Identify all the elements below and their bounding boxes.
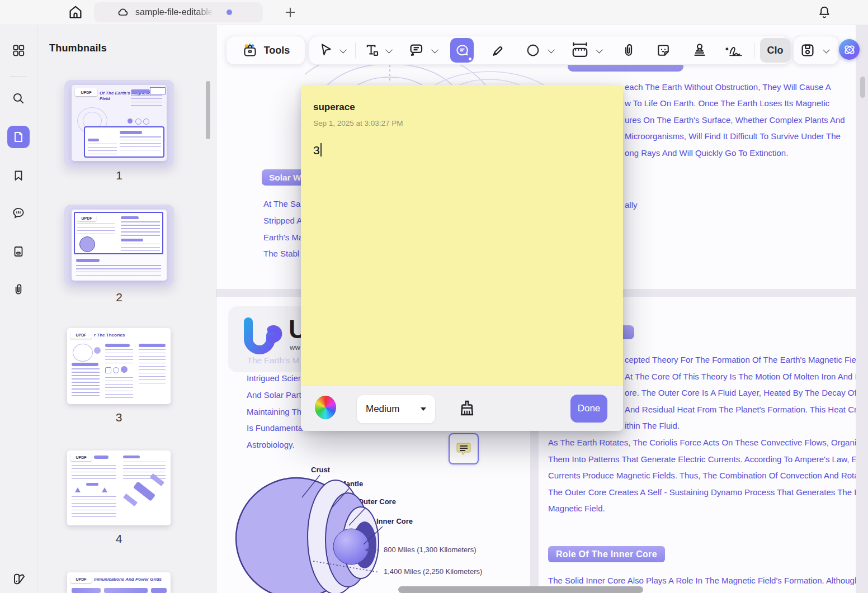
thumbnail-page-1-number: 1 <box>64 169 174 182</box>
mini-shape <box>113 367 119 373</box>
document-tab[interactable]: sample-file-editable <box>94 2 263 22</box>
note-anchor-icon <box>456 441 471 457</box>
mini-satellite-body <box>133 481 155 501</box>
tools-label: Tools <box>264 45 290 56</box>
doc-text-line: ally <box>625 200 638 210</box>
thumb-1-viewport <box>84 126 164 158</box>
doc-text-line: ore. The Outer Core Is A Fluid Layer, He… <box>625 388 856 397</box>
earth-cutaway-diagram <box>224 463 537 593</box>
toolbar-divider <box>754 42 755 58</box>
updf-chip: UPDF <box>75 88 97 96</box>
ai-assistant-button[interactable] <box>839 39 860 60</box>
thumbnails-scrollbar[interactable] <box>206 81 210 139</box>
sticky-note-body[interactable]: superace Sep 1, 2025 at 3:03:27 PM 3 <box>301 85 623 386</box>
thumbnail-page-1[interactable]: UPDF Of The Earth's Magnetic Field <box>64 80 174 167</box>
doc-text-line: The Stabl <box>263 249 299 258</box>
rail-search-button[interactable] <box>7 87 30 110</box>
cloud-icon <box>116 6 130 19</box>
thumbnail-page-4[interactable]: UPDF <box>67 450 171 525</box>
done-button[interactable]: Done <box>570 395 607 423</box>
note-content-text: 3 <box>313 144 320 156</box>
mini-shape <box>121 366 128 373</box>
rail-bookmark-button[interactable] <box>7 164 30 187</box>
thumb-3-title: r The Theories <box>94 333 125 338</box>
thumbnail-page-5[interactable]: UPDF mmunications And Power Grids <box>67 572 171 593</box>
canvas-right-margin <box>856 25 868 593</box>
comment-tool-button[interactable] <box>408 42 424 59</box>
doc-text-line: w To Life On Earth. Once The Earth Loses… <box>625 98 829 108</box>
shape-tool-chevron[interactable] <box>548 46 555 54</box>
updf-logo-card: UPDF ww The Earth's M <box>228 306 312 372</box>
doc-text-line: Earth's Ma <box>263 233 301 242</box>
doc-text-line: The Solid Inner Core Also Plays A Role I… <box>548 576 856 585</box>
mini-stripes <box>131 95 162 108</box>
note-content-input[interactable]: 3 <box>313 143 322 157</box>
measure-tool-chevron[interactable] <box>596 46 603 54</box>
mini-earth <box>79 236 95 252</box>
home-button[interactable] <box>67 4 84 21</box>
vertical-scrollbar[interactable] <box>860 77 865 98</box>
doc-text-line: ong Rays And Will Quickly Go To Extincti… <box>625 148 788 158</box>
toolbar-divider <box>355 42 356 58</box>
doc-text-line: Them Into Patterns That Generate Electri… <box>548 454 856 464</box>
thumbnail-page-2[interactable]: UPDF <box>64 205 174 286</box>
clear-format-button[interactable] <box>456 397 478 419</box>
doc-text-line: Currents Produce Magnetic Fields. Thus, … <box>548 471 856 480</box>
doc-text-line: And Solar Parti <box>247 390 303 400</box>
thumbnail-page-2-preview: UPDF <box>72 210 167 281</box>
doc-text-line: Astrobiology. <box>247 440 295 449</box>
close-label: Clo <box>767 45 784 56</box>
thumbnail-page-3[interactable]: UPDF r The Theories <box>67 328 171 404</box>
mini-pill <box>131 89 150 93</box>
select-arrow-icon <box>421 407 426 411</box>
sticker-tool-button[interactable] <box>655 42 672 59</box>
close-button-clipped[interactable]: Clo <box>760 38 790 63</box>
text-tool-button[interactable] <box>364 42 380 58</box>
thumbnails-panel: Thumbnails UPDF Of The Earth's Magnetic … <box>37 25 216 593</box>
thumb-2-viewport: UPDF <box>74 212 163 254</box>
comment-tool-chevron[interactable] <box>431 46 438 54</box>
unsaved-indicator-dot <box>227 10 232 15</box>
doc-text-line: cepted Theory For The Formation Of The E… <box>625 355 856 364</box>
doc-text-line: Microorganisms, Will Find It Difficult T… <box>625 131 841 141</box>
doc-text-line: each The Earth Without Obstruction, They… <box>625 82 831 92</box>
rail-attachments-button[interactable] <box>7 278 30 301</box>
active-dot <box>469 58 471 60</box>
app-window: each The Earth Without Obstruction, They… <box>0 0 868 593</box>
note-anchor[interactable] <box>449 433 479 464</box>
new-tab-button[interactable] <box>282 4 298 20</box>
measure-tool-button[interactable] <box>570 41 590 60</box>
stamp-tool-button[interactable] <box>691 41 709 59</box>
shape-tool-button[interactable] <box>525 42 541 58</box>
thumb-5-title: mmunications And Power Grids <box>94 577 162 582</box>
horizontal-scrollbar[interactable] <box>398 586 643 593</box>
signature-tool-button[interactable] <box>723 42 746 59</box>
sticky-note-popup: superace Sep 1, 2025 at 3:03:27 PM 3 Med… <box>301 85 623 430</box>
left-column-top-text: Solar W At The Sa Stripped A Earth's Ma … <box>216 162 301 268</box>
save-chevron[interactable] <box>823 46 830 54</box>
sticky-note-tool-button-active[interactable] <box>450 38 474 63</box>
save-button[interactable] <box>799 42 816 59</box>
thumbnail-page-4-number: 4 <box>67 532 171 545</box>
highlighter-tool-button[interactable] <box>489 42 506 59</box>
mini-dot <box>135 118 141 125</box>
color-picker-button[interactable] <box>315 396 336 419</box>
select-tool-button[interactable] <box>318 42 334 58</box>
thumbnails-header: Thumbnails <box>49 42 107 54</box>
doc-text-line: Maintaining Th <box>247 407 301 416</box>
doc-text-line: And Residual Heat From The Planet's Form… <box>625 405 856 414</box>
rail-grid-button[interactable] <box>7 39 30 61</box>
tools-button[interactable]: Tools <box>226 36 305 65</box>
rail-thumbnails-button-active[interactable] <box>7 126 30 148</box>
updf-logo-sub: ww <box>290 343 300 352</box>
rail-pages-button[interactable] <box>7 240 30 263</box>
rail-comments-button[interactable] <box>7 202 30 224</box>
size-select[interactable]: Medium <box>356 395 436 424</box>
notifications-button[interactable] <box>817 4 832 20</box>
attachment-tool-button[interactable] <box>620 42 637 59</box>
save-group <box>793 36 839 65</box>
mini-satellite-panel <box>123 494 138 506</box>
rail-swatches-button[interactable] <box>7 568 30 590</box>
select-tool-chevron[interactable] <box>339 46 347 54</box>
text-tool-chevron[interactable] <box>385 46 393 54</box>
